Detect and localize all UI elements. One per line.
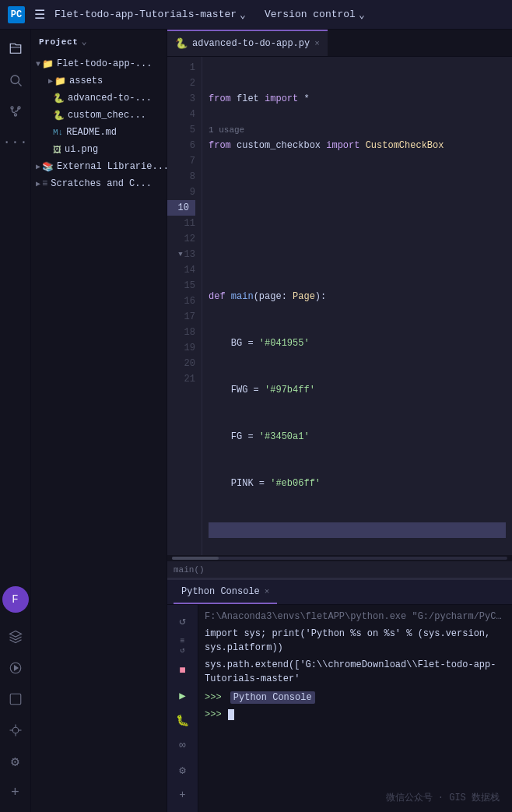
debug-button[interactable]: 🐛: [172, 709, 194, 731]
sidebar-header-title: Project ⌄: [39, 36, 87, 47]
prompt-symbol: >>>: [205, 708, 222, 722]
tree-item-custom[interactable]: 🐍 custom_chec...: [31, 107, 167, 124]
sidebar-item-files[interactable]: [2, 36, 29, 62]
box-icon[interactable]: [2, 686, 29, 712]
code-line-5: def main(page: Page):: [209, 289, 506, 304]
code-line-9: PINK = '#eb06ff': [209, 476, 506, 491]
sidebar-item-git[interactable]: [2, 98, 29, 125]
assets-folder-icon: 📁: [54, 76, 66, 87]
tab-bar: 🐍 advanced-to-do-app.py ×: [167, 30, 512, 57]
scratches-arrow-icon: ▶: [36, 179, 40, 188]
tree-item-external-lib[interactable]: ▶ 📚 External Librarie...: [31, 158, 167, 175]
editor-scrollbar[interactable]: [167, 555, 512, 561]
scrollbar-track: [172, 557, 507, 560]
flet-plugin-icon[interactable]: F: [2, 586, 29, 613]
svg-point-8: [12, 727, 19, 733]
breadcrumb-text: main(): [174, 565, 205, 575]
titlebar: PC ☰ Flet-todo-app-Tutorials-master ⌄ Ve…: [0, 0, 512, 30]
editor-area: 🐍 advanced-to-do-app.py × 1 usage 1 2 3: [167, 30, 512, 812]
svg-point-2: [11, 107, 13, 109]
sidebar-header: Project ⌄: [31, 30, 167, 54]
assets-arrow-icon: ▶: [48, 76, 53, 86]
breadcrumb: main(): [167, 561, 512, 578]
python-console-tab[interactable]: Python Console ×: [174, 581, 277, 604]
hamburger-menu-icon[interactable]: ☰: [34, 7, 45, 23]
svg-marker-6: [14, 666, 18, 670]
file-tree: ▼ 📁 Flet-todo-app-... ▶ 📁 assets 🐍 advan…: [31, 54, 167, 812]
sidebar-item-more[interactable]: ···: [2, 129, 29, 156]
tab-py-icon: 🐍: [175, 37, 188, 50]
extlib-icon: 📚: [42, 161, 54, 173]
main-layout: ··· F ⚙ + Project: [0, 30, 512, 812]
console-add-button[interactable]: +: [172, 784, 194, 806]
activity-bar-bottom: F ⚙ +: [2, 586, 29, 806]
restart-button[interactable]: ↺: [172, 610, 194, 631]
advanced-label: advanced-to-...: [68, 93, 152, 104]
console-tab-label: Python Console: [181, 586, 260, 597]
tree-item-readme[interactable]: M↓ README.md: [31, 124, 167, 141]
console-tab-close[interactable]: ×: [265, 587, 270, 596]
svg-point-4: [14, 114, 16, 116]
tree-item-advanced[interactable]: 🐍 advanced-to-...: [31, 90, 167, 107]
app-logo: PC: [8, 6, 25, 23]
svg-line-1: [18, 83, 21, 86]
readme-label: README.md: [66, 127, 117, 138]
code-editor[interactable]: 1 usage 1 2 3 4 5 6 7 8 9 10: [167, 57, 512, 578]
svg-rect-7: [10, 694, 21, 705]
console-highlight-line: >>> Python Console: [205, 691, 506, 705]
sidebar-item-search[interactable]: [2, 67, 29, 93]
add-icon[interactable]: +: [2, 779, 29, 806]
tree-item-scratches[interactable]: ▶ ≡ Scratches and C...: [31, 175, 167, 192]
root-folder-label: Flet-todo-app-...: [57, 58, 152, 69]
bug-icon[interactable]: [2, 717, 29, 743]
version-control[interactable]: Version control ⌄: [265, 9, 365, 21]
root-arrow-icon: ▼: [36, 60, 40, 69]
stop-button[interactable]: ■: [172, 659, 194, 681]
tab-close-button[interactable]: ×: [314, 39, 320, 48]
watermark-text: 微信公众号 · GIS 数据栈: [386, 793, 500, 803]
code-line-6: BG = '#041955': [209, 336, 506, 351]
root-folder-icon: 📁: [42, 58, 54, 70]
panel-tabs: Python Console ×: [167, 580, 512, 605]
png-label: ui.png: [65, 144, 98, 155]
rerun-button[interactable]: ≡↺: [172, 634, 194, 656]
output-text-2: sys.path.extend(['G:\\chromeDownload\\Fl…: [205, 659, 496, 684]
tree-item-ui-png[interactable]: 🖼 ui.png: [31, 141, 167, 158]
scrollbar-thumb[interactable]: [172, 557, 219, 560]
project-arrow-icon: ⌄: [240, 9, 246, 21]
editor-tab-active[interactable]: 🐍 advanced-to-do-app.py ×: [167, 30, 328, 56]
project-header-label: Project: [39, 37, 78, 47]
console-text-area[interactable]: F:\Anaconda3\envs\fletAPP\python.exe "G:…: [198, 605, 512, 812]
infinite-loop-button[interactable]: ∞: [172, 734, 194, 756]
sidebar: Project ⌄ ▼ 📁 Flet-todo-app-... ▶ 📁 asse…: [31, 30, 167, 812]
code-line-7: FWG = '#97b4ff': [209, 382, 506, 398]
code-line-2: from custom_checkbox import CustomCheckB…: [209, 138, 506, 153]
layers-icon[interactable]: [2, 624, 29, 650]
project-name[interactable]: Flet-todo-app-Tutorials-master ⌄: [54, 9, 246, 21]
extlib-label: External Librarie...: [57, 161, 167, 172]
extlib-arrow-icon: ▶: [36, 162, 40, 171]
assets-label: assets: [69, 76, 103, 86]
console-arrow-icon: >>>: [205, 692, 222, 703]
advanced-py-icon: 🐍: [53, 93, 65, 104]
svg-point-0: [11, 76, 19, 84]
run-button[interactable]: ▶: [172, 684, 194, 706]
play-circle-icon[interactable]: [2, 655, 29, 681]
console-name-highlight: Python Console: [230, 691, 315, 704]
code-lines: from flet import * from custom_checkbox …: [202, 57, 512, 555]
activity-bar: ··· F ⚙ +: [0, 30, 31, 812]
console-settings-button[interactable]: ⚙: [172, 759, 194, 781]
tree-item-assets[interactable]: ▶ 📁 assets: [31, 72, 167, 90]
scratches-icon: ≡: [42, 178, 47, 189]
line-numbers: 1 2 3 4 5 6 7 8 9 10 11 12 ▼13 14: [167, 57, 202, 555]
project-header-arrow: ⌄: [81, 36, 87, 47]
code-line-4: [209, 231, 506, 247]
tree-item-root[interactable]: ▼ 📁 Flet-todo-app-...: [31, 55, 167, 72]
bottom-panel: Python Console × ↺ ≡↺ ■ ▶ 🐛 ∞ ⚙: [167, 578, 512, 812]
console-layout: ↺ ≡↺ ■ ▶ 🐛 ∞ ⚙ + F:\Anaconda3\envs\fletA…: [167, 605, 512, 812]
vc-arrow-icon: ⌄: [359, 9, 365, 21]
settings-icon[interactable]: ⚙: [2, 748, 29, 775]
usage-hint: 1 usage: [209, 125, 244, 135]
custom-py-icon: 🐍: [53, 110, 65, 121]
project-label: Flet-todo-app-Tutorials-master: [54, 9, 237, 20]
